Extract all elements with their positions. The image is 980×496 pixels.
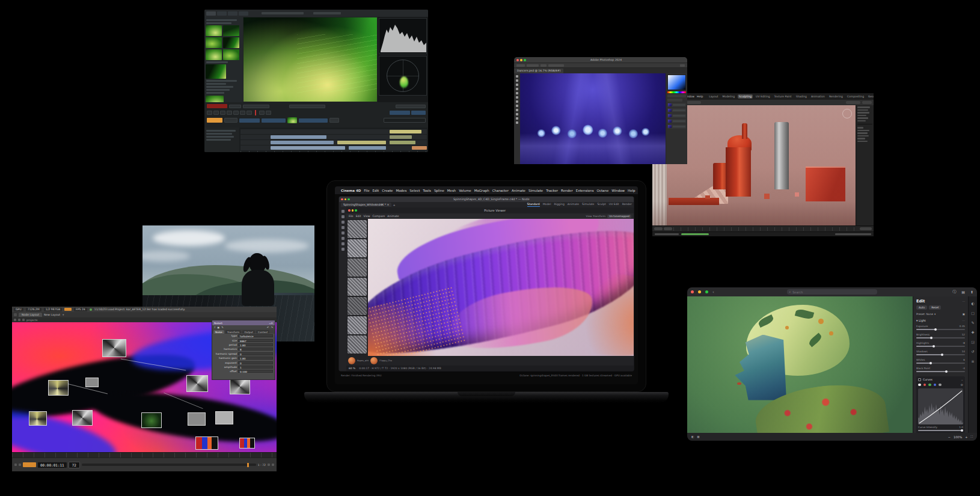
menu-spline[interactable]: Spline bbox=[434, 189, 444, 192]
menu-file[interactable]: File bbox=[364, 189, 369, 192]
slider-track[interactable] bbox=[916, 329, 965, 330]
menu-character[interactable]: Character bbox=[492, 189, 509, 192]
redo-icon[interactable]: ↷ bbox=[271, 326, 273, 329]
texture-preview-column[interactable] bbox=[346, 219, 368, 356]
minimize-button[interactable] bbox=[698, 290, 701, 293]
node-thumbnail[interactable] bbox=[102, 339, 126, 357]
minimize-button[interactable] bbox=[520, 59, 522, 61]
reset-button[interactable]: Reset bbox=[929, 305, 941, 310]
workspace-simulate[interactable]: Simulate bbox=[582, 203, 594, 207]
clip-thumbnail[interactable] bbox=[206, 37, 222, 48]
zoom-tool-icon[interactable] bbox=[516, 121, 518, 124]
menu-help[interactable]: Help bbox=[628, 189, 635, 192]
lock-icon[interactable] bbox=[14, 464, 17, 466]
timeline-ruler[interactable] bbox=[240, 151, 427, 152]
close-button[interactable] bbox=[516, 59, 519, 61]
timeline-clip[interactable] bbox=[390, 130, 421, 133]
knit-texture-thumbnail[interactable] bbox=[348, 278, 367, 296]
transport-go-end[interactable] bbox=[247, 111, 252, 115]
timeline-track-3[interactable] bbox=[240, 140, 427, 145]
workspace-standard[interactable]: Standard bbox=[527, 203, 540, 207]
layer-row[interactable] bbox=[667, 114, 686, 118]
light-section-header[interactable]: ▾ Light bbox=[916, 319, 926, 322]
effects-button[interactable] bbox=[207, 118, 222, 123]
channel-blue-dot[interactable] bbox=[934, 384, 937, 387]
curves-histogram[interactable] bbox=[918, 388, 963, 424]
loop-icon[interactable] bbox=[272, 464, 274, 466]
current-frame-field[interactable]: 72 bbox=[69, 462, 80, 468]
timeline-slider[interactable] bbox=[82, 464, 256, 466]
lasso-tool-icon[interactable] bbox=[516, 84, 518, 86]
param-input[interactable]: turbulence bbox=[238, 334, 273, 337]
transport-play-reverse[interactable] bbox=[220, 111, 225, 115]
clone-icon[interactable]: ◲ bbox=[971, 340, 975, 344]
snapshot-icon[interactable] bbox=[18, 319, 20, 321]
timeline-clip[interactable] bbox=[349, 146, 386, 150]
menu-create[interactable]: Create bbox=[382, 189, 393, 192]
menu-simulate[interactable]: Simulate bbox=[528, 189, 543, 192]
slider-track[interactable] bbox=[916, 363, 965, 364]
node-thumbnail[interactable] bbox=[48, 380, 69, 396]
clip-thumbnail[interactable] bbox=[223, 37, 239, 48]
adjustments-row[interactable] bbox=[667, 94, 686, 97]
tools-panel[interactable] bbox=[514, 73, 520, 164]
rotate-icon[interactable] bbox=[341, 231, 345, 234]
param-input[interactable]: 1.80 bbox=[238, 357, 273, 360]
param-input[interactable]: 1 bbox=[238, 366, 273, 369]
node-thumbnail[interactable] bbox=[29, 411, 47, 426]
document-tab[interactable]: Dancers.psd @ 16.7% (RGB/8#) bbox=[514, 69, 563, 73]
knit-texture-thumbnail[interactable] bbox=[348, 297, 367, 315]
filmstrip-icon[interactable]: ▦ bbox=[697, 435, 699, 438]
colorbars-node[interactable] bbox=[195, 436, 218, 450]
light-options-icon[interactable]: ⋯ bbox=[962, 319, 965, 322]
mute-toggle[interactable] bbox=[266, 111, 271, 115]
zoom-level[interactable]: 60 % bbox=[349, 367, 355, 370]
node-thumbnail[interactable] bbox=[141, 412, 162, 428]
axis-icon[interactable] bbox=[341, 237, 345, 240]
zoom-button[interactable] bbox=[348, 198, 350, 201]
bookmark-icon[interactable] bbox=[14, 319, 16, 321]
new-tab-button[interactable]: + bbox=[393, 203, 395, 207]
knit-texture-thumbnail[interactable] bbox=[348, 335, 367, 354]
tab-noise[interactable]: Noise bbox=[213, 330, 224, 334]
transport-stop[interactable] bbox=[227, 111, 232, 115]
clip-thumbnail[interactable] bbox=[206, 96, 224, 102]
move-tool-icon[interactable] bbox=[516, 75, 518, 78]
grid-icon[interactable]: ▤ bbox=[961, 290, 965, 294]
clip-thumbnail[interactable] bbox=[223, 49, 239, 60]
node-thumbnail[interactable] bbox=[186, 375, 208, 392]
menu-edit[interactable]: Edit bbox=[373, 189, 379, 192]
menu-volume[interactable]: Volume bbox=[459, 189, 471, 192]
zoom-button[interactable] bbox=[355, 209, 357, 212]
clip-thumbnail[interactable] bbox=[223, 25, 239, 36]
node-thumbnail[interactable] bbox=[230, 379, 250, 394]
tab-uv-editing[interactable]: UV Editing bbox=[755, 94, 771, 99]
tab-shading[interactable]: Shading bbox=[795, 94, 808, 99]
scale-icon[interactable] bbox=[341, 226, 345, 229]
c4d-tool-strip[interactable] bbox=[339, 207, 346, 371]
curves-options-icon[interactable]: ⚙ bbox=[961, 383, 963, 387]
flame-viewer[interactable] bbox=[243, 17, 377, 102]
node-layout-tab[interactable]: Node Layout bbox=[19, 313, 42, 317]
info-panel-icon[interactable]: ≡ bbox=[971, 359, 974, 363]
distribute-buttons[interactable] bbox=[548, 64, 564, 67]
tab-texture-paint[interactable]: Texture Paint bbox=[773, 94, 793, 99]
scope-mode-pill[interactable] bbox=[411, 111, 426, 115]
clip-thumbnail[interactable] bbox=[206, 25, 222, 36]
timeline-ruler[interactable] bbox=[12, 452, 277, 458]
media-library[interactable] bbox=[204, 17, 243, 102]
material-ball-thumbnail[interactable] bbox=[370, 357, 378, 364]
search-field[interactable]: ⌕ bbox=[787, 289, 877, 295]
hue-strip[interactable] bbox=[667, 91, 686, 93]
node-box[interactable] bbox=[85, 378, 99, 387]
auto-button[interactable]: Auto bbox=[916, 305, 927, 310]
zoom-out-icon[interactable]: − bbox=[948, 435, 951, 439]
channel-rgb-dot[interactable] bbox=[918, 384, 921, 387]
info-icon[interactable]: ⓘ bbox=[952, 289, 956, 295]
param-input[interactable]: 8 bbox=[238, 348, 273, 351]
history-icon[interactable]: ↺ bbox=[971, 349, 974, 354]
pv-menu-animate[interactable]: Animate bbox=[387, 215, 399, 218]
tab-sculpting[interactable]: Sculpting bbox=[738, 94, 753, 99]
chevron-down-icon[interactable]: ▾ bbox=[934, 313, 936, 316]
param-input[interactable]: 1.80 bbox=[238, 343, 273, 346]
